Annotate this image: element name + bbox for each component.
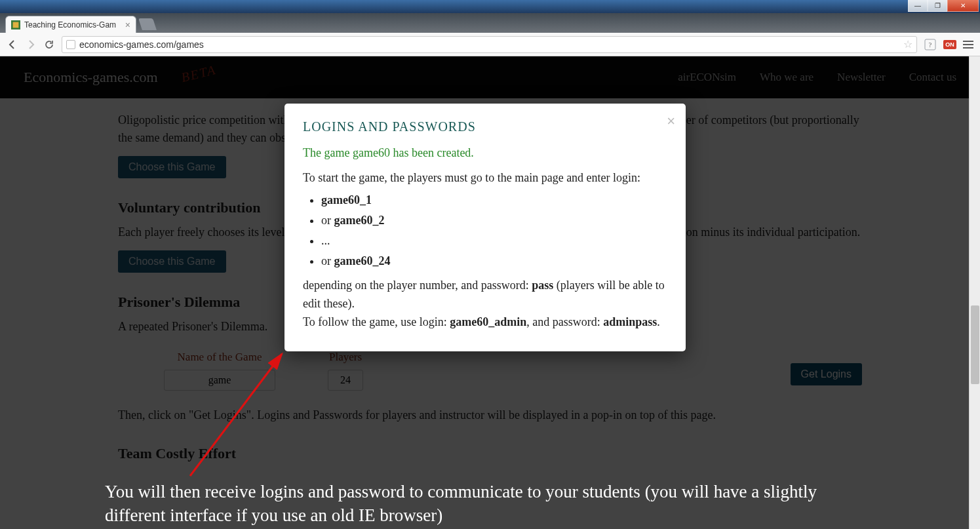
address-bar[interactable]: ☆	[62, 36, 917, 53]
favicon-icon	[11, 20, 20, 29]
login-item: game60_1	[321, 191, 667, 210]
chrome-menu-button[interactable]	[963, 41, 973, 49]
window-close-button[interactable]: ✕	[947, 0, 979, 12]
annotation-caption: You will then receive logins and passwor…	[105, 480, 865, 528]
browser-tab-active[interactable]: Teaching Economics-Gam ×	[5, 16, 136, 33]
forward-button[interactable]	[25, 39, 37, 50]
modal-password-note: depending on the player number, and pass…	[303, 277, 667, 313]
arrow-left-icon	[7, 39, 18, 50]
modal-close-button[interactable]: ×	[667, 113, 675, 130]
scrollbar[interactable]	[969, 56, 980, 529]
login-list: game60_1 or game60_2 ... or game60_24	[321, 191, 667, 271]
login-item: ...	[321, 232, 667, 250]
os-titlebar: — ❐ ✕	[0, 0, 980, 13]
on-badge: ON	[943, 40, 956, 49]
modal-intro: To start the game, the players must go t…	[303, 169, 667, 187]
login-item: or game60_24	[321, 252, 667, 271]
extension-icon[interactable]: ?	[924, 38, 937, 51]
url-input[interactable]	[79, 39, 899, 50]
lastpass-icon[interactable]: ON	[943, 38, 956, 51]
new-tab-button[interactable]	[138, 18, 157, 30]
logins-modal: × LOGINS AND PASSWORDS The game game60 h…	[284, 104, 686, 351]
modal-admin-note: To follow the game, use login: game60_ad…	[303, 313, 667, 332]
login-item: or game60_2	[321, 212, 667, 230]
browser-tabstrip: Teaching Economics-Gam ×	[0, 13, 980, 33]
scroll-thumb[interactable]	[971, 305, 979, 384]
reload-button[interactable]	[43, 39, 55, 50]
tab-close-icon[interactable]: ×	[125, 20, 130, 30]
page-icon	[66, 40, 75, 49]
tab-title: Teaching Economics-Gam	[24, 20, 121, 29]
window-minimize-button[interactable]: —	[908, 0, 928, 12]
browser-toolbar: ☆ ? ON	[0, 33, 980, 56]
modal-created-message: The game game60 has been created.	[303, 146, 667, 160]
reload-icon	[44, 39, 54, 50]
modal-title: LOGINS AND PASSWORDS	[303, 119, 667, 134]
svg-text:?: ?	[929, 41, 932, 49]
svg-rect-1	[13, 22, 19, 28]
window-maximize-button[interactable]: ❐	[928, 0, 947, 12]
arrow-right-icon	[25, 39, 37, 50]
bookmark-star-icon[interactable]: ☆	[903, 38, 912, 50]
back-button[interactable]	[7, 39, 18, 50]
